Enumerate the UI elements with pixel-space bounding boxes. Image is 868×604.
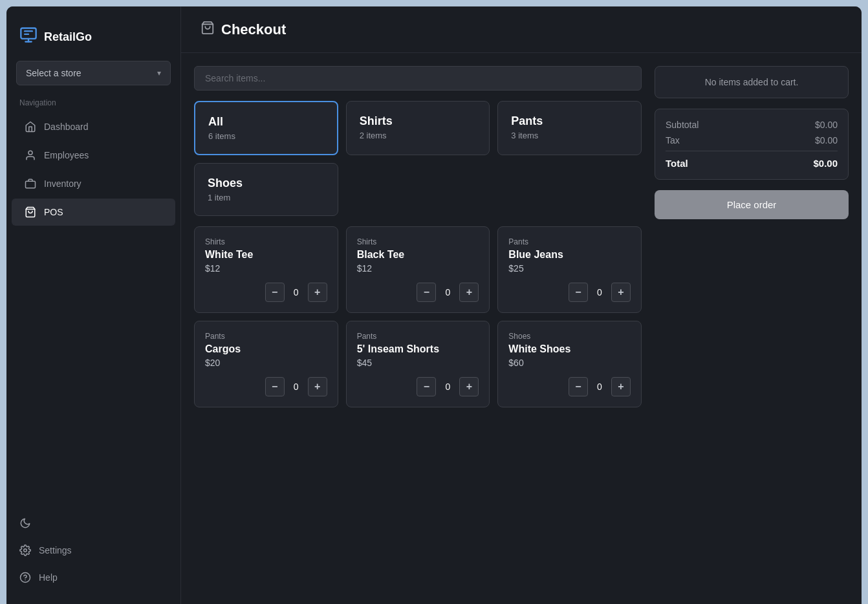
total-label: Total [666, 158, 688, 169]
pos-icon [25, 206, 36, 218]
decrement-blue-jeans[interactable]: − [569, 283, 588, 302]
sidebar-item-pos[interactable]: POS [12, 199, 175, 226]
nav-section-label: Navigation [6, 98, 180, 113]
sidebar-item-inventory[interactable]: Inventory [12, 170, 175, 197]
increment-white-tee[interactable]: + [308, 283, 327, 302]
sidebar: RetailGo Select a store ▾ Navigation Das… [6, 6, 181, 604]
search-input[interactable] [194, 66, 642, 91]
moon-icon [19, 517, 31, 529]
sidebar-item-employees[interactable]: Employees [12, 142, 175, 169]
sidebar-bottom: Settings Help [6, 503, 180, 598]
quantity-control-cargos: − 0 + [205, 377, 327, 396]
svg-rect-2 [26, 181, 36, 188]
product-card-blue-jeans: Pants Blue Jeans $25 − 0 + [497, 226, 642, 313]
qty-value-white-tee: 0 [290, 287, 303, 297]
products-grid: Shirts White Tee $12 − 0 + Shirts Black … [194, 226, 642, 407]
sidebar-item-dashboard-label: Dashboard [44, 122, 89, 132]
sidebar-item-employees-label: Employees [44, 150, 89, 160]
category-card-shoes[interactable]: Shoes 1 item [194, 163, 338, 216]
page-body: All 6 items Shirts 2 items Pants 3 items… [181, 53, 862, 604]
qty-value-inseam-shorts: 0 [441, 382, 454, 392]
home-icon [25, 121, 36, 133]
decrement-black-tee[interactable]: − [417, 283, 436, 302]
sidebar-item-inventory-label: Inventory [44, 178, 81, 189]
logo-text: RetailGo [44, 30, 92, 44]
product-category-cargos: Pants [205, 332, 327, 341]
subtotal-value: $0.00 [815, 120, 838, 130]
chevron-down-icon: ▾ [157, 69, 161, 78]
sidebar-item-pos-label: POS [44, 207, 63, 217]
person-icon [25, 149, 36, 161]
increment-white-shoes[interactable]: + [611, 377, 631, 396]
product-category-blue-jeans: Pants [508, 237, 631, 246]
product-card-white-shoes: Shoes White Shoes $60 − 0 + [497, 321, 642, 407]
sidebar-item-help[interactable]: Help [6, 564, 180, 591]
cart-totals: Subtotal $0.00 Tax $0.00 Total $0.00 [655, 109, 849, 180]
store-select-label: Select a store [26, 68, 81, 78]
category-card-pants[interactable]: Pants 3 items [497, 101, 642, 155]
product-category-white-shoes: Shoes [508, 332, 631, 341]
decrement-white-shoes[interactable]: − [569, 377, 588, 396]
category-card-shirts[interactable]: Shirts 2 items [346, 101, 490, 155]
product-price-blue-jeans: $25 [508, 263, 631, 274]
app-container: RetailGo Select a store ▾ Navigation Das… [6, 6, 862, 604]
qty-value-blue-jeans: 0 [593, 287, 606, 297]
sidebar-item-settings[interactable]: Settings [6, 537, 180, 564]
increment-blue-jeans[interactable]: + [611, 283, 631, 302]
logo-icon [19, 26, 38, 48]
increment-black-tee[interactable]: + [459, 283, 479, 302]
product-category-inseam-shorts: Pants [357, 332, 479, 341]
decrement-inseam-shorts[interactable]: − [417, 377, 436, 396]
total-line: Total $0.00 [666, 151, 838, 169]
decrement-cargos[interactable]: − [265, 377, 285, 396]
settings-label: Settings [39, 545, 72, 555]
qty-value-black-tee: 0 [441, 287, 454, 297]
total-value: $0.00 [813, 158, 838, 169]
help-label: Help [39, 572, 58, 583]
gear-icon [19, 545, 31, 556]
theme-toggle[interactable] [6, 510, 180, 537]
increment-inseam-shorts[interactable]: + [459, 377, 479, 396]
main-content: Checkout All 6 items Shirts 2 items [181, 6, 862, 604]
product-name-black-tee: Black Tee [357, 249, 479, 261]
product-card-inseam-shorts: Pants 5' Inseam Shorts $45 − 0 + [346, 321, 490, 407]
page-header: Checkout [181, 6, 862, 53]
category-grid: All 6 items Shirts 2 items Pants 3 items… [194, 101, 642, 216]
tax-line: Tax $0.00 [666, 135, 838, 146]
tax-value: $0.00 [815, 135, 838, 146]
product-name-white-shoes: White Shoes [508, 343, 631, 355]
product-name-inseam-shorts: 5' Inseam Shorts [357, 343, 479, 355]
category-name-pants: Pants [511, 114, 628, 128]
help-icon [19, 572, 31, 583]
product-price-white-shoes: $60 [508, 358, 631, 368]
svg-point-1 [28, 151, 32, 155]
product-category-white-tee: Shirts [205, 237, 327, 246]
quantity-control-blue-jeans: − 0 + [508, 283, 631, 302]
items-panel: All 6 items Shirts 2 items Pants 3 items… [194, 66, 642, 598]
page-title: Checkout [221, 21, 286, 38]
decrement-white-tee[interactable]: − [265, 283, 285, 302]
category-name-shoes: Shoes [208, 177, 325, 190]
subtotal-label: Subtotal [666, 120, 699, 130]
product-card-black-tee: Shirts Black Tee $12 − 0 + [346, 226, 490, 313]
briefcase-icon [25, 178, 36, 189]
category-name-all: All [208, 115, 324, 129]
quantity-control-inseam-shorts: − 0 + [357, 377, 479, 396]
increment-cargos[interactable]: + [308, 377, 327, 396]
product-card-white-tee: Shirts White Tee $12 − 0 + [194, 226, 338, 313]
product-name-white-tee: White Tee [205, 249, 327, 261]
product-category-black-tee: Shirts [357, 237, 479, 246]
product-name-cargos: Cargos [205, 343, 327, 355]
quantity-control-white-tee: − 0 + [205, 283, 327, 302]
tax-label: Tax [666, 135, 680, 146]
category-card-all[interactable]: All 6 items [194, 101, 338, 155]
product-price-white-tee: $12 [205, 263, 327, 274]
product-card-cargos: Pants Cargos $20 − 0 + [194, 321, 338, 407]
store-select-dropdown[interactable]: Select a store ▾ [16, 61, 171, 85]
category-count-shoes: 1 item [208, 193, 325, 202]
qty-value-white-shoes: 0 [593, 382, 606, 392]
quantity-control-black-tee: − 0 + [357, 283, 479, 302]
category-count-pants: 3 items [511, 131, 628, 140]
place-order-button[interactable]: Place order [655, 190, 849, 219]
sidebar-item-dashboard[interactable]: Dashboard [12, 113, 175, 140]
